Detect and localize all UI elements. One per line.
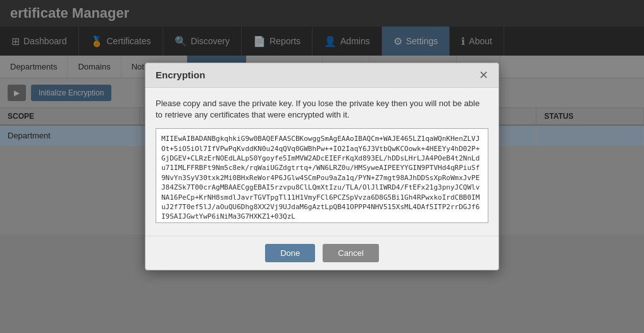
cancel-button[interactable]: Cancel [323,244,378,262]
modal-footer: Done Cancel [146,236,498,270]
modal-description: Please copy and save the private key. If… [156,98,488,121]
modal-header: Encryption ✕ [146,63,498,88]
encryption-modal: Encryption ✕ Please copy and save the pr… [145,63,499,270]
private-key-textarea[interactable]: MIIEwAIBADANBgkqhkiG9w0BAQEFAASCBKowggSm… [156,128,488,223]
modal-overlay: Encryption ✕ Please copy and save the pr… [0,0,644,333]
done-button[interactable]: Done [265,244,315,262]
modal-body: Please copy and save the private key. If… [146,88,498,236]
modal-title: Encryption [156,70,205,80]
modal-close-button[interactable]: ✕ [479,70,488,81]
